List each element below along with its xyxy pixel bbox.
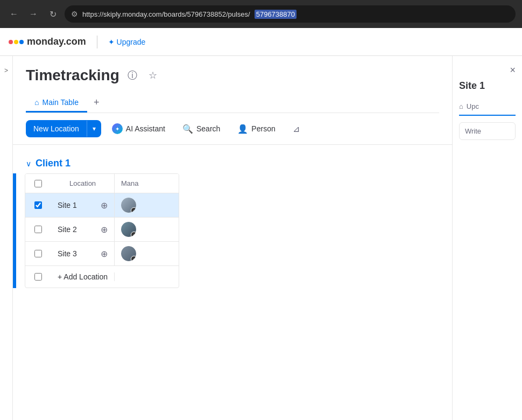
right-panel: × Site 1 ⌂ Upc Write (452, 56, 522, 420)
url-prefix: https://skiply.monday.com/boards/5796738… (82, 10, 250, 18)
new-location-dropdown-arrow[interactable]: ▾ (87, 121, 101, 137)
new-location-button[interactable]: New Location ▾ (26, 120, 101, 137)
manager-column-header: Mana (114, 174, 179, 193)
header-checkbox-col (25, 174, 51, 193)
new-location-label: New Location (26, 120, 87, 137)
table-row[interactable]: Site 3 ⊕ ⌂ (25, 242, 179, 266)
search-icon: 🔍 (182, 124, 193, 134)
site-2-label: Site 2 (58, 225, 77, 234)
site-1-label: Site 1 (58, 201, 77, 209)
tab-main-table-label: Main Table (42, 98, 78, 107)
row-checkbox-2[interactable] (25, 226, 51, 233)
table-row[interactable]: Site 1 ⊕ ⌂ (25, 193, 179, 218)
avatar-3: ⌂ (121, 246, 136, 261)
tab-main-table[interactable]: ⌂ Main Table (26, 94, 87, 113)
avatar-2: ⌂ (121, 222, 136, 237)
row-location-1: Site 1 ⊕ (51, 194, 114, 217)
avatar-1: ⌂ (121, 198, 136, 213)
settings-icon: ⚙ (71, 10, 78, 18)
tab-add-button[interactable]: + (87, 93, 106, 113)
logo-text: monday.com (27, 36, 86, 47)
panel-write-button[interactable]: Write (459, 122, 516, 140)
filter-icon: ⊿ (293, 124, 300, 134)
browser-chrome: ← → ↻ ⚙ https://skiply.monday.com/boards… (0, 0, 522, 28)
board-content: Timetracking ⓘ ☆ ⌂ Main Table + (13, 56, 452, 420)
person-label: Person (251, 124, 275, 133)
info-icon: ⓘ (128, 69, 137, 82)
location-column-header: Location (51, 174, 114, 193)
table-section: Location Mana Site 1 ⊕ (13, 173, 452, 288)
ai-icon: ✦ (112, 123, 123, 134)
table-row[interactable]: Site 2 ⊕ ⌂ (25, 218, 179, 242)
panel-title: Site 1 (459, 80, 516, 92)
row-location-3: Site 3 ⊕ (51, 242, 114, 265)
table-wrapper: Location Mana Site 1 ⊕ (25, 173, 179, 288)
row-checkbox-3[interactable] (25, 250, 51, 257)
filter-button[interactable]: ⊿ (286, 120, 306, 138)
refresh-button[interactable]: ↻ (45, 6, 60, 22)
table-header-row: Location Mana (25, 174, 179, 193)
row-manager-2: ⌂ (114, 218, 179, 241)
monday-logo: monday.com (9, 36, 86, 47)
chat-icon-3[interactable]: ⊕ (101, 249, 108, 259)
table-area: ∨ Client 1 Location Mana (13, 145, 452, 420)
logo-dot-yellow (14, 40, 18, 44)
add-location-row[interactable]: + Add Location (25, 266, 179, 288)
back-button[interactable]: ← (6, 6, 22, 22)
forward-button[interactable]: → (26, 6, 41, 22)
header-divider (97, 36, 97, 48)
panel-nav-item[interactable]: ⌂ Upc (459, 98, 516, 116)
group-title: Client 1 (36, 158, 70, 169)
info-button[interactable]: ⓘ (125, 68, 140, 83)
logo-dot-blue (19, 40, 24, 44)
ai-assistant-button[interactable]: ✦ AI Assistant (105, 120, 172, 138)
star-button[interactable]: ☆ (145, 68, 160, 83)
group-header[interactable]: ∨ Client 1 (13, 153, 452, 173)
panel-close-button[interactable]: × (510, 65, 516, 76)
row-location-2: Site 2 ⊕ (51, 218, 114, 241)
avatar-badge-2: ⌂ (131, 232, 136, 237)
row-manager-1: ⌂ (114, 193, 179, 217)
logo-dots (9, 40, 24, 44)
person-icon: 👤 (237, 124, 248, 134)
search-label: Search (196, 124, 220, 133)
board-header: Timetracking ⓘ ☆ ⌂ Main Table + (13, 56, 452, 113)
add-row-check (25, 273, 51, 281)
select-all-checkbox[interactable] (34, 180, 42, 187)
home-tab-icon: ⌂ (34, 98, 39, 107)
ai-assistant-label: AI Assistant (126, 124, 165, 133)
group-color-bar (13, 173, 16, 288)
avatar-badge-3: ⌂ (131, 256, 136, 261)
star-icon: ☆ (149, 69, 157, 81)
chat-icon-1[interactable]: ⊕ (101, 200, 108, 211)
url-highlight: 5796738870 (255, 10, 297, 19)
add-row-manager (114, 272, 179, 281)
address-bar[interactable]: ⚙ https://skiply.monday.com/boards/57967… (65, 5, 516, 23)
tabs-row: ⌂ Main Table + (26, 93, 439, 113)
upgrade-button[interactable]: ✦ Upgrade (108, 38, 146, 46)
person-button[interactable]: 👤 Person (231, 120, 281, 138)
group-chevron-icon: ∨ (26, 159, 31, 168)
board-title-row: Timetracking ⓘ ☆ (26, 67, 439, 84)
panel-home-icon: ⌂ (459, 102, 463, 110)
row-checkbox-1[interactable] (25, 201, 51, 209)
add-location-label[interactable]: + Add Location (51, 266, 114, 288)
row-manager-3: ⌂ (114, 242, 179, 265)
avatar-badge-1: ⌂ (131, 207, 136, 213)
board-title: Timetracking (26, 67, 119, 84)
toolbar: New Location ▾ ✦ AI Assistant 🔍 Search 👤… (13, 113, 452, 145)
site-3-label: Site 3 (58, 249, 77, 258)
sidebar-toggle[interactable]: > (0, 56, 13, 420)
app-header: monday.com ✦ Upgrade (0, 28, 522, 56)
main-layout: > Timetracking ⓘ ☆ ⌂ Main Table (0, 56, 522, 420)
search-button[interactable]: 🔍 Search (176, 120, 227, 138)
logo-dot-red (9, 40, 13, 44)
panel-nav-label: Upc (467, 102, 479, 110)
chat-icon-2[interactable]: ⊕ (101, 225, 108, 235)
